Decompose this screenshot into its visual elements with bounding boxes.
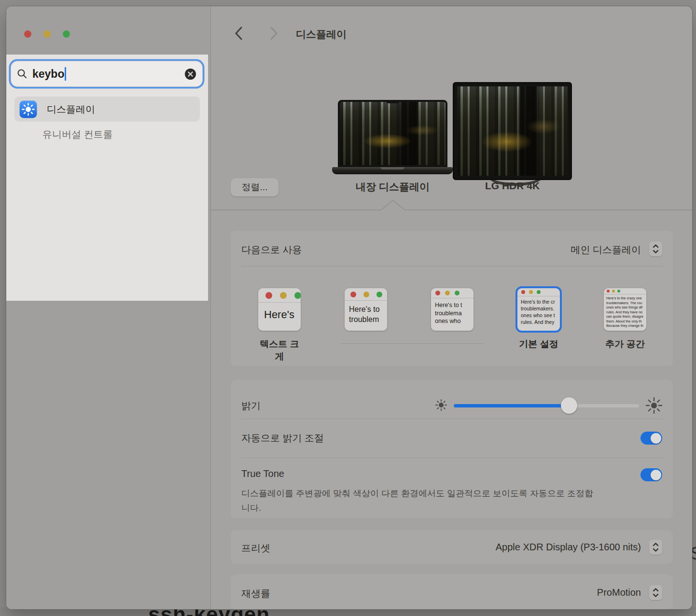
use-as-value: 메인 디스플레이 bbox=[571, 243, 641, 256]
scaling-label-default: 기본 설정 bbox=[514, 338, 564, 350]
scaling-label-larger-text: 텍스트 크게 bbox=[258, 338, 301, 363]
forward-button[interactable] bbox=[267, 26, 280, 41]
search-result-label: 디스플레이 bbox=[47, 103, 95, 116]
brightness-slider-track[interactable] bbox=[454, 404, 639, 407]
builtin-display-preview[interactable] bbox=[338, 100, 447, 167]
scaling-option-more-space[interactable]: Here's to the crazy one troublemakers. T… bbox=[604, 288, 646, 331]
refresh-rate-card: 재생률 ProMotion bbox=[231, 574, 673, 609]
brightness-low-icon bbox=[433, 397, 449, 413]
up-down-chevrons-icon bbox=[652, 244, 659, 254]
scaling-track-line bbox=[341, 343, 484, 344]
mini-titlebar bbox=[258, 288, 301, 303]
scaling-label-more-space: 추가 공간 bbox=[600, 338, 650, 350]
up-down-chevrons-icon bbox=[652, 588, 659, 598]
sidebar: keybo bbox=[6, 6, 211, 609]
system-settings-window: keybo bbox=[6, 6, 692, 609]
scaling-sample-text: Here's to t troublema ones who bbox=[431, 298, 473, 325]
brightness-label: 밝기 bbox=[241, 399, 261, 412]
brightness-card: 밝기 자동으로 밝기 조절 bbox=[231, 380, 673, 518]
external-display-label: LG HDR 4K bbox=[453, 180, 572, 192]
mini-zoom-icon bbox=[376, 292, 382, 297]
use-as-dropdown[interactable] bbox=[649, 241, 662, 256]
external-display-preview[interactable] bbox=[453, 82, 572, 180]
clear-search-icon[interactable] bbox=[184, 68, 196, 80]
mini-zoom-icon bbox=[537, 290, 541, 294]
divider bbox=[241, 419, 663, 419]
search-text: keybo bbox=[32, 68, 64, 81]
scaling-sample-text: Here's to troublem bbox=[345, 301, 387, 324]
brightness-high-icon bbox=[644, 396, 664, 415]
true-tone-toggle[interactable] bbox=[640, 468, 662, 481]
true-tone-description: 디스플레이를 주변광에 맞춰 색상이 다른 환경에서도 일관적으로 보이도록 자… bbox=[241, 486, 601, 515]
brightness-slider-fill bbox=[454, 404, 569, 407]
mini-close-icon bbox=[607, 290, 610, 293]
divider bbox=[241, 266, 663, 266]
scaling-sample-text: Here's to the crazy one troublemakers. T… bbox=[604, 294, 646, 328]
display-brightness-icon bbox=[19, 100, 37, 118]
search-results-panel: keybo bbox=[6, 55, 208, 301]
toggle-knob bbox=[651, 433, 661, 444]
refresh-rate-dropdown[interactable] bbox=[649, 585, 662, 600]
mini-titlebar bbox=[604, 288, 646, 294]
refresh-rate-value: ProMotion bbox=[597, 587, 641, 598]
back-button[interactable] bbox=[232, 26, 246, 41]
search-icon bbox=[17, 69, 28, 79]
mini-titlebar bbox=[517, 288, 560, 296]
arrange-button[interactable]: 정렬... bbox=[231, 178, 278, 196]
toggle-knob bbox=[651, 470, 661, 480]
use-as-label: 다음으로 사용 bbox=[241, 243, 302, 256]
mini-zoom-icon bbox=[455, 291, 459, 295]
mini-close-icon bbox=[435, 291, 440, 295]
true-tone-label: True Tone bbox=[241, 468, 284, 479]
external-display-wallpaper bbox=[457, 86, 568, 176]
minimize-button[interactable] bbox=[43, 30, 51, 38]
page-title: 디스플레이 bbox=[296, 28, 347, 41]
mini-minimize-icon bbox=[445, 291, 450, 295]
preset-dropdown[interactable] bbox=[649, 540, 662, 555]
scaling-option-3[interactable]: Here's to t troublema ones who bbox=[431, 288, 473, 331]
auto-brightness-label: 자동으로 밝기 조절 bbox=[241, 432, 324, 445]
mini-minimize-icon bbox=[529, 290, 533, 294]
builtin-display-label: 내장 디스플레이 bbox=[338, 180, 447, 194]
auto-brightness-toggle[interactable] bbox=[640, 432, 662, 445]
search-result-display[interactable]: 디스플레이 bbox=[14, 97, 200, 122]
use-as-card: 다음으로 사용 메인 디스플레이 Here's Here's to troub bbox=[231, 231, 673, 366]
scaling-option-2[interactable]: Here's to troublem bbox=[345, 288, 387, 331]
selected-display-pointer bbox=[211, 198, 692, 213]
mini-close-icon bbox=[521, 290, 525, 294]
mini-close-icon bbox=[265, 292, 272, 299]
mini-titlebar bbox=[431, 288, 473, 298]
mini-zoom-icon bbox=[617, 290, 620, 293]
arrange-button-label: 정렬... bbox=[242, 181, 268, 194]
laptop-notch bbox=[387, 100, 399, 103]
scaling-sample-text: Here's bbox=[258, 303, 301, 322]
search-input[interactable]: keybo bbox=[11, 61, 203, 87]
search-result-universal-control[interactable]: 유니버설 컨트롤 bbox=[42, 128, 113, 141]
laptop-base-notch bbox=[380, 167, 404, 169]
scaling-sample-text: Here's to the cr troublemakers. ones who… bbox=[517, 296, 560, 325]
mini-minimize-icon bbox=[363, 292, 369, 297]
scaling-option-larger-text[interactable]: Here's bbox=[258, 288, 301, 331]
zoom-button[interactable] bbox=[63, 30, 70, 38]
up-down-chevrons-icon bbox=[652, 542, 659, 552]
mini-titlebar bbox=[345, 288, 387, 301]
text-caret bbox=[65, 67, 66, 81]
mini-close-icon bbox=[350, 292, 356, 297]
scaling-option-default[interactable]: Here's to the cr troublemakers. ones who… bbox=[517, 288, 560, 331]
preset-value: Apple XDR Display (P3-1600 nits) bbox=[496, 542, 641, 553]
mini-minimize-icon bbox=[612, 290, 615, 293]
mini-zoom-icon bbox=[294, 292, 301, 299]
refresh-rate-label: 재생률 bbox=[241, 587, 270, 600]
preset-card: 프리셋 Apple XDR Display (P3-1600 nits) bbox=[231, 530, 673, 564]
close-button[interactable] bbox=[24, 30, 31, 38]
divider bbox=[241, 458, 663, 458]
preset-label: 프리셋 bbox=[241, 542, 270, 555]
mini-minimize-icon bbox=[280, 292, 287, 299]
brightness-slider-thumb[interactable] bbox=[561, 397, 577, 414]
